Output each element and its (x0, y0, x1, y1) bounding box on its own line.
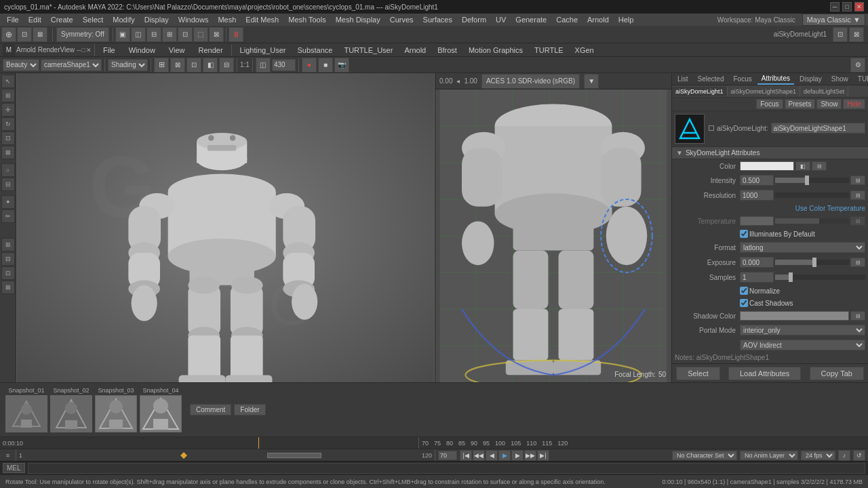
shelf-lighting-user[interactable]: Lighting_User (235, 45, 292, 56)
tool-soft-mod[interactable]: ○ (1, 163, 15, 177)
attr-tab-selected[interactable]: Selected (694, 74, 728, 84)
menu-deform[interactable]: Deform (458, 14, 490, 25)
menu-uv[interactable]: UV (492, 14, 510, 25)
tool-sculpt[interactable]: ✦ (1, 195, 15, 209)
attr-tab-turtle[interactable]: TURTLE (854, 74, 868, 84)
shelf-bfrost[interactable]: Bfrost (432, 45, 462, 56)
next-btn[interactable]: ▶ (511, 450, 524, 461)
node-tab-default-light[interactable]: defaultLightSet (800, 87, 848, 96)
play-btn[interactable]: ▶ (498, 450, 511, 461)
menu-edit[interactable]: Edit (24, 14, 45, 25)
shelf-substance[interactable]: Substance (292, 45, 338, 56)
format-select[interactable]: latlong mirrored_ball angular (740, 242, 865, 253)
select-button[interactable]: Select (676, 367, 720, 380)
exposure-connect[interactable]: ⊟ (850, 258, 865, 267)
exposure-handle[interactable] (812, 258, 816, 267)
color-space-select[interactable]: ACES 1.0 SDR-video (sRGB) (481, 74, 580, 89)
attr-tab-attributes[interactable]: Attributes (757, 73, 794, 85)
load-attributes-button[interactable]: Load Attributes (728, 367, 801, 380)
char-set-select[interactable]: No Character Set (672, 451, 737, 460)
toolbar-icon-1[interactable]: ⊕ (1, 27, 16, 42)
jump-start-btn[interactable]: |◀ (460, 450, 472, 461)
anim-layer-select[interactable]: No Anim Layer (740, 451, 798, 460)
tool-scale[interactable]: ⊡ (1, 131, 15, 145)
tb-icon-b[interactable]: ◫ (131, 27, 146, 42)
left-viewport[interactable]: G G (16, 73, 435, 382)
intensity-slider[interactable] (775, 178, 849, 183)
menu-mesh[interactable]: Mesh (214, 14, 240, 25)
render-window-maximize[interactable]: □ (82, 47, 85, 54)
color-swatch[interactable] (740, 161, 794, 171)
shelf-arnold[interactable]: Arnold (399, 45, 431, 56)
timeline-left[interactable] (23, 437, 416, 449)
shelf-xgen[interactable]: XGen (570, 45, 599, 56)
tool-move[interactable]: ✛ (1, 103, 15, 117)
samples-handle[interactable] (789, 272, 793, 282)
thumbnail-4[interactable]: Snapshot_04 (140, 387, 182, 432)
render-menu-render[interactable]: Render (193, 45, 229, 56)
tool-lasso[interactable]: ⊞ (1, 89, 15, 102)
menu-display[interactable]: Display (140, 14, 173, 25)
tool-grid[interactable]: ⊟ (1, 252, 15, 266)
tb-display-4[interactable]: ◧ (203, 58, 218, 73)
menu-select[interactable]: Select (79, 14, 108, 25)
menu-generate[interactable]: Generate (511, 14, 551, 25)
menu-cache[interactable]: Cache (552, 14, 582, 25)
tb-icon-e[interactable]: ⊡ (178, 27, 193, 42)
tool-rotate[interactable]: ↻ (1, 117, 15, 131)
hide-button[interactable]: Hide (843, 99, 865, 109)
attr-tab-show[interactable]: Show (827, 74, 852, 84)
portal-mode-select[interactable]: interior_only off interior_exterior (740, 325, 865, 336)
temp-connect[interactable]: ⊟ (850, 216, 865, 226)
menu-curves[interactable]: Curves (386, 14, 418, 25)
toolbar-icon-3[interactable]: ⊠ (33, 27, 47, 42)
render-window-minimize[interactable]: ─ (77, 47, 81, 54)
shading-select[interactable]: Shading (108, 59, 148, 71)
use-color-temp-label[interactable]: Use Color Temperature (795, 205, 865, 212)
frame-rate-select[interactable]: 24 fps (801, 451, 835, 460)
maximize-button[interactable]: □ (842, 2, 852, 12)
prev-frame-btn[interactable]: ◀◀ (473, 450, 485, 461)
tb-icon-g[interactable]: ⊠ (209, 27, 224, 42)
tb-icon-c[interactable]: ⊟ (146, 27, 161, 42)
tool-camera-manip[interactable]: ⊡ (1, 266, 15, 280)
tool-snapshot[interactable]: ⊞ (1, 238, 15, 251)
render-menu-view[interactable]: View (163, 45, 191, 56)
menu-edit-mesh[interactable]: Edit Mesh (241, 14, 283, 25)
tb-stop[interactable]: ■ (318, 58, 333, 73)
beauty-select[interactable]: Beauty (3, 59, 39, 71)
command-input[interactable] (28, 463, 865, 474)
minimize-button[interactable]: ─ (830, 2, 840, 12)
tb-display-3[interactable]: ⊡ (186, 58, 201, 73)
next-frame-btn[interactable]: ▶▶ (524, 450, 536, 461)
tool-misc[interactable]: ⊠ (1, 281, 15, 294)
menu-surfaces[interactable]: Surfaces (419, 14, 456, 25)
folder-button[interactable]: Folder (234, 404, 265, 415)
thumbnail-2[interactable]: Snapshot_02 (50, 387, 92, 432)
render-window-close[interactable]: ✕ (86, 47, 92, 54)
right-track[interactable]: |◀ ◀◀ ◀ ▶ ▶ ▶▶ ▶| No Character Set No An… (435, 449, 868, 461)
tool-universal[interactable]: ⊠ (1, 146, 15, 159)
menu-modify[interactable]: Modify (108, 14, 138, 25)
comment-button[interactable]: Comment (190, 404, 231, 415)
menu-mesh-tools[interactable]: Mesh Tools (284, 14, 330, 25)
jump-end-btn[interactable]: ▶| (537, 450, 549, 461)
aisky-light-input[interactable]: aiSkyDomeLightShape1 (771, 123, 865, 134)
tb-display-2[interactable]: ⊠ (170, 58, 185, 73)
range-bar[interactable] (267, 453, 321, 458)
resolution-slider[interactable] (775, 192, 849, 198)
node-tab-aisky-shape[interactable]: aiSkyDomeLightShape1 (728, 87, 801, 96)
attr-tab-list[interactable]: List (673, 74, 692, 84)
intensity-connect[interactable]: ⊟ (850, 176, 865, 185)
focus-button[interactable]: Focus (756, 99, 783, 109)
samples-slider[interactable] (775, 274, 865, 280)
color-connect[interactable]: ⊟ (812, 161, 827, 171)
tb-camera[interactable]: 📷 (334, 58, 349, 73)
menu-maya-classic[interactable]: Maya Classic ▼ (802, 14, 865, 26)
shadow-color-swatch[interactable] (740, 311, 849, 321)
copy-tab-button[interactable]: Copy Tab (810, 367, 864, 380)
menu-create[interactable]: Create (47, 14, 77, 25)
intensity-slider-handle[interactable] (805, 176, 809, 185)
illuminates-checkbox[interactable] (740, 230, 748, 238)
arnold-render-icon[interactable]: M (3, 44, 15, 56)
